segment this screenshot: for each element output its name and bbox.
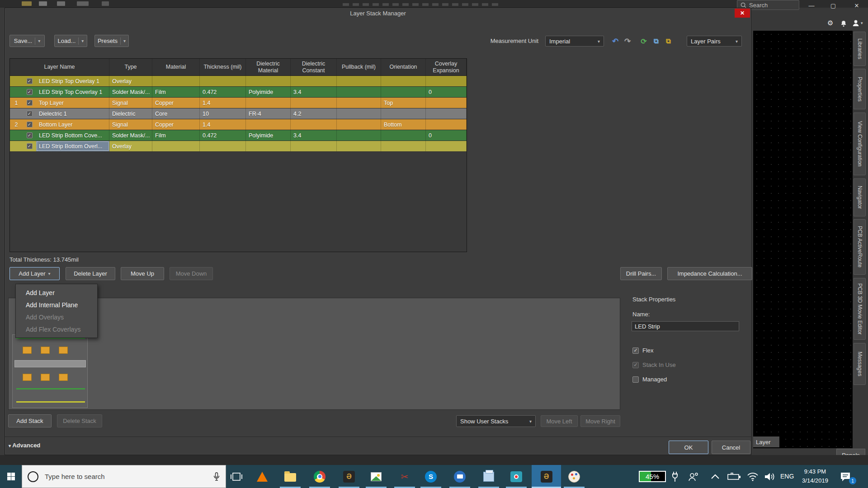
table-row[interactable]: ✓ LED Strip Bottom Cove... Solder Mask/.…	[10, 130, 467, 141]
sync-stack-icon[interactable]: ⟳	[638, 35, 650, 47]
cell-dielectric-material[interactable]: FR-4	[246, 108, 291, 119]
redo-icon[interactable]: ↷	[622, 35, 633, 47]
cell-pullback[interactable]	[337, 87, 381, 97]
checkbox-checked-icon[interactable]: ✓	[632, 347, 639, 354]
cell-dielectric-material[interactable]	[246, 119, 291, 130]
cell-dielectric-constant[interactable]: 4.2	[291, 108, 337, 119]
altium-designer-active-icon[interactable]: Ə	[532, 465, 561, 488]
row-checkbox[interactable]: ✓	[27, 143, 33, 149]
cell-layer-name-editing[interactable]: LED Strip Bottom Overl...	[36, 141, 109, 151]
menu-item-add-layer[interactable]: Add Layer	[16, 286, 97, 299]
cell-dielectric-constant[interactable]: 3.4	[291, 87, 337, 97]
cell-pullback[interactable]	[337, 108, 381, 119]
cell-coverlay-expansion[interactable]: 0	[426, 130, 467, 141]
speaker-icon[interactable]	[762, 465, 778, 488]
cell-coverlay-expansion[interactable]	[426, 108, 467, 119]
cell-dielectric-material[interactable]	[246, 76, 291, 86]
battery-percent-indicator[interactable]: 45%	[639, 471, 666, 482]
cell-layer-name[interactable]: LED Strip Bottom Cove...	[36, 130, 109, 141]
cell-material[interactable]	[152, 76, 200, 86]
advanced-toggle[interactable]: ▾ Advanced	[9, 442, 40, 449]
table-row[interactable]: ✓ LED Strip Top Overlay 1 Overlay	[10, 76, 467, 87]
cell-dielectric-constant[interactable]	[291, 141, 337, 151]
language-indicator[interactable]: ENG	[780, 473, 794, 480]
gear-icon[interactable]: ⚙	[827, 19, 833, 27]
cell-thickness[interactable]: 0.472	[200, 130, 246, 141]
taskbar-search-box[interactable]: Type here to search	[22, 465, 226, 488]
cell-dielectric-constant[interactable]: 3.4	[291, 130, 337, 141]
cell-pullback[interactable]	[337, 141, 381, 151]
cell-pullback[interactable]	[337, 130, 381, 141]
managed-checkbox-row[interactable]: Managed	[632, 376, 667, 383]
tab-libraries[interactable]: Libraries	[854, 32, 866, 66]
row-checkbox[interactable]: ✓	[27, 122, 33, 127]
presets-button[interactable]: Presets▾	[94, 35, 129, 47]
cell-layer-name[interactable]: LED Strip Top Coverlay 1	[36, 87, 109, 97]
library-stack-icon[interactable]: ⧉	[662, 35, 674, 47]
photos-icon[interactable]	[366, 465, 387, 488]
snipping-tool-icon[interactable]: ✂	[394, 465, 415, 488]
cell-dielectric-material[interactable]: Polyimide	[246, 87, 291, 97]
tab-properties[interactable]: Properties	[854, 69, 866, 109]
table-row[interactable]: ✓ Dielectric 1 Dielectric Core 10 FR-4 4…	[10, 108, 467, 119]
col-orientation[interactable]: Orientation	[381, 59, 426, 75]
layer-pairs-select[interactable]: Layer Pairs▾	[687, 36, 742, 47]
cell-thickness[interactable]: 10	[200, 108, 246, 119]
col-pullback[interactable]: Pullback (mil)	[337, 59, 381, 75]
cell-thickness[interactable]	[200, 141, 246, 151]
row-checkbox[interactable]: ✓	[27, 78, 33, 84]
cell-dielectric-constant[interactable]	[291, 76, 337, 86]
show-hidden-icons-chevron[interactable]	[708, 465, 722, 488]
cell-dielectric-material[interactable]	[246, 141, 291, 151]
measurement-unit-select[interactable]: Imperial▾	[545, 36, 604, 47]
start-button[interactable]	[0, 465, 22, 488]
cell-dielectric-constant[interactable]	[291, 98, 337, 108]
cell-pullback[interactable]	[337, 119, 381, 130]
cell-type[interactable]: Signal	[109, 98, 152, 108]
cell-material[interactable]: Film	[152, 130, 200, 141]
maximize-button[interactable]: ▢	[826, 0, 841, 11]
cell-type[interactable]: Overlay	[109, 76, 152, 86]
table-row[interactable]: 1 ✓ Top Layer Signal Copper 1.4 Top	[10, 98, 467, 108]
cell-layer-name[interactable]: Dielectric 1	[36, 108, 109, 119]
cell-dielectric-constant[interactable]	[291, 119, 337, 130]
file-explorer-icon[interactable]	[280, 465, 301, 488]
cell-thickness[interactable]: 1.4	[200, 98, 246, 108]
delete-layer-button[interactable]: Delete Layer	[66, 267, 115, 280]
row-checkbox[interactable]: ✓	[27, 132, 33, 138]
row-checkbox[interactable]: ✓	[27, 111, 33, 117]
cell-orientation[interactable]	[381, 76, 426, 86]
cell-orientation[interactable]: Top	[381, 98, 426, 108]
close-window-button[interactable]: ✕	[849, 0, 864, 11]
cell-layer-name[interactable]: Bottom Layer	[36, 119, 109, 130]
undo-icon[interactable]: ↶	[609, 35, 621, 47]
chrome-icon[interactable]	[309, 465, 330, 488]
cell-material[interactable]: Film	[152, 87, 200, 97]
ok-button[interactable]: OK	[669, 441, 708, 454]
cell-material[interactable]: Copper	[152, 119, 200, 130]
clock[interactable]: 9:43 PM 3/14/2019	[796, 467, 835, 485]
cell-pullback[interactable]	[337, 76, 381, 86]
cell-coverlay-expansion[interactable]	[426, 98, 467, 108]
cell-dielectric-material[interactable]: Polyimide	[246, 130, 291, 141]
col-type[interactable]: Type	[109, 59, 152, 75]
table-row[interactable]: 2 ✓ Bottom Layer Signal Copper 1.4 Botto…	[10, 119, 467, 130]
user-icon[interactable]	[852, 19, 860, 27]
cell-type[interactable]: Solder Mask/...	[109, 87, 152, 97]
cell-orientation[interactable]	[381, 108, 426, 119]
cell-orientation[interactable]	[381, 141, 426, 151]
paint-icon[interactable]	[564, 465, 585, 488]
move-up-button[interactable]: Move Up	[121, 267, 164, 280]
action-center-icon[interactable]	[837, 465, 854, 488]
minimize-button[interactable]: —	[804, 0, 819, 11]
col-dielectric-material[interactable]: Dielectric Material	[246, 59, 291, 75]
cell-dielectric-material[interactable]	[246, 98, 291, 108]
stack-thumbnail[interactable]	[12, 334, 88, 408]
tab-navigator[interactable]: Navigator	[854, 178, 866, 216]
load-button[interactable]: Load...▾	[54, 35, 87, 47]
usb-plug-icon[interactable]	[670, 465, 680, 488]
tab-pcb-3d-movie-editor[interactable]: PCB 3D Movie Editor	[854, 278, 866, 340]
skype-icon[interactable]: S	[420, 465, 441, 488]
cell-material[interactable]	[152, 141, 200, 151]
screen-recorder-icon[interactable]	[506, 465, 527, 488]
